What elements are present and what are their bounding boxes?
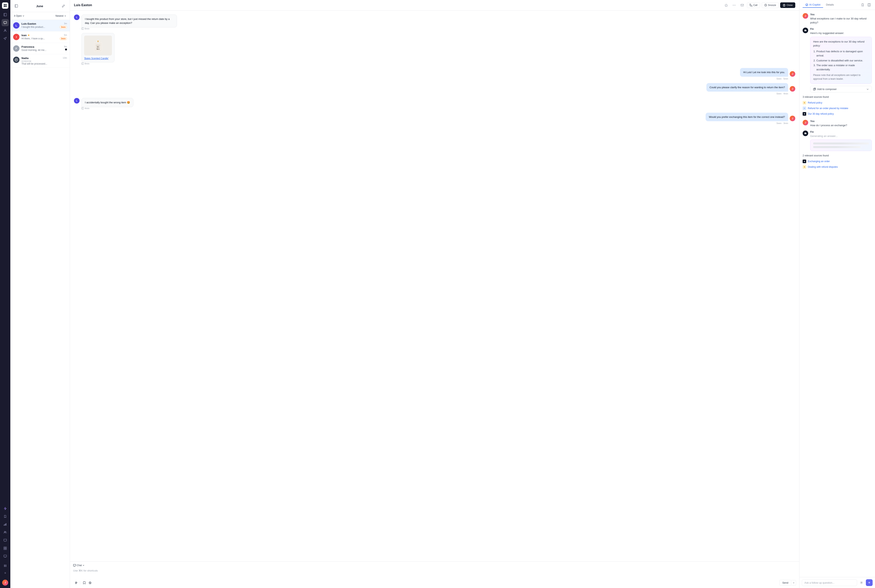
close-button[interactable]: Close <box>780 2 795 8</box>
nav-item-book[interactable] <box>2 513 9 520</box>
svg-rect-4 <box>4 14 6 16</box>
snooze-button[interactable]: Snooze <box>762 2 779 8</box>
star-button[interactable] <box>723 2 729 8</box>
ai-followup-input[interactable] <box>802 579 857 586</box>
nav-item-apps[interactable] <box>2 544 9 552</box>
nav-item-sidebar[interactable] <box>2 11 9 18</box>
ai-book-icon[interactable] <box>860 2 866 8</box>
ai-msg-user-2: J You How do I process an exchange? <box>803 120 872 128</box>
conv-item-francesca[interactable]: F Francesca Good morning, let me... 9m <box>11 43 70 54</box>
conv-item-nadia[interactable]: Nadia #2302234 That will be processed...… <box>11 54 70 68</box>
chat-actions: m1 Call Snooze Close <box>723 2 795 8</box>
chat-header: Luis Easton m1 Call Snooze <box>70 0 799 10</box>
svg-rect-36 <box>96 45 100 45</box>
conv-content-luis: Luis Easton I bought this product... <box>21 22 58 28</box>
svg-point-43 <box>89 582 91 584</box>
chat-area: Luis Easton m1 Call Snooze <box>70 0 800 588</box>
nav-item-contacts[interactable] <box>2 27 9 34</box>
source-item-30day-policy[interactable]: ■ Our 30 day refund policy <box>803 111 872 117</box>
source-item-refund-disputes[interactable]: $ Dealing with refund disputes <box>803 164 872 170</box>
call-button[interactable]: m1 Call <box>747 2 760 8</box>
msg-outgoing-2: Could you please clarify the reason for … <box>74 83 795 95</box>
svg-rect-56 <box>805 132 806 134</box>
sidebar-toggle-button[interactable] <box>14 3 19 9</box>
svg-text:ÏES: ÏES <box>97 48 99 50</box>
svg-rect-0 <box>4 4 5 5</box>
msg-avatar-agent-3: J <box>790 116 795 121</box>
left-navigation: ≡ J <box>0 0 11 588</box>
conv-avatar-luis: L <box>13 22 20 28</box>
source-item-refund-mistake[interactable]: ≡ Refund for an order placed by mistake <box>803 105 872 111</box>
svg-rect-49 <box>804 30 805 31</box>
ai-suggestion-list: Product has defects or is damaged upon a… <box>816 50 869 72</box>
conv-item-ivan[interactable]: I Ivan ★ Hi there, I have a qu... 5m 3mi… <box>11 32 70 43</box>
nav-item-inbox[interactable] <box>2 19 9 26</box>
app-logo[interactable] <box>2 2 8 9</box>
bookmark-icon[interactable] <box>81 580 87 586</box>
svg-rect-50 <box>805 29 806 31</box>
sort-filter-button[interactable]: Newest <box>54 14 68 18</box>
tab-ai-copilot[interactable]: AI Copilot <box>803 2 823 8</box>
nav-item-monitor[interactable] <box>2 553 9 560</box>
svg-rect-13 <box>5 547 6 548</box>
source-item-exchange[interactable]: ■ Exchanging an order <box>803 159 872 164</box>
svg-rect-7 <box>4 525 5 526</box>
lightning-icon[interactable] <box>73 580 79 586</box>
ai-footer <box>800 577 875 588</box>
main-content: June 4 Open Newest L <box>11 0 875 588</box>
ai-layout-icon[interactable] <box>866 2 872 8</box>
product-name[interactable]: 'Baies Scented Candle' <box>84 57 112 60</box>
svg-rect-55 <box>804 133 805 134</box>
svg-point-11 <box>5 531 6 532</box>
svg-rect-2 <box>4 6 5 7</box>
svg-point-10 <box>5 531 5 532</box>
ai-settings-button[interactable] <box>859 580 864 585</box>
source-icon-dark-1: ■ <box>803 112 806 116</box>
msg-incoming-1: L I bought this product from your store,… <box>74 15 795 30</box>
send-dropdown-button[interactable] <box>791 580 796 586</box>
msg-avatar-agent-1: J <box>790 71 795 77</box>
msg-avatar-agent-2: J <box>790 86 795 92</box>
conv-avatar-ivan: I <box>13 34 20 40</box>
user-avatar[interactable]: J <box>2 580 8 586</box>
bubble-6: Would you prefer exchanging this item fo… <box>706 112 788 122</box>
composer-icon-group <box>73 580 93 586</box>
svg-marker-24 <box>725 4 728 7</box>
toolbar-divider <box>80 581 80 585</box>
sources-section-2: 2 relevant sources found ■ Exchanging an… <box>803 154 872 170</box>
svg-rect-15 <box>5 549 6 550</box>
edit-icon-button[interactable] <box>60 3 67 9</box>
composer-type-selector[interactable]: Chat <box>73 564 84 567</box>
svg-rect-3 <box>5 6 6 7</box>
open-filter-button[interactable]: 4 Open <box>13 14 26 18</box>
source-icon-yellow-1: $ <box>803 101 806 105</box>
ai-copilot-panel: AI Copilot Details J You <box>800 0 875 588</box>
source-item-refund-policy[interactable]: $ Refund policy <box>803 100 872 105</box>
msg-product-card: BA ÏES 'Baies Scented Candle' <box>74 33 795 65</box>
email-button[interactable] <box>739 2 746 8</box>
star-icon: ★ <box>28 34 30 37</box>
conv-item-luis[interactable]: L Luis Easton I bought this product... 3… <box>11 20 70 32</box>
source-icon-blue-1: ≡ <box>803 106 806 110</box>
nav-item-users[interactable] <box>2 529 9 536</box>
send-area: Send <box>779 580 796 586</box>
add-to-composer-button[interactable]: Add to composer <box>810 86 872 92</box>
ai-suggestion-box-1: Here are the exceptions to our 30 day re… <box>810 37 872 84</box>
composer-input-area[interactable]: Use ⌘K for shortcuts <box>73 568 796 578</box>
more-button[interactable] <box>731 2 737 8</box>
skeleton-1 <box>813 142 869 144</box>
emoji-icon[interactable] <box>87 580 93 586</box>
msg-avatar-luis-1: L <box>74 15 80 20</box>
nav-item-bolt[interactable] <box>2 505 9 512</box>
nav-item-menu[interactable]: ≡ <box>2 569 9 576</box>
nav-item-chart[interactable] <box>2 521 9 528</box>
ai-msg-user-1: J You What exceptions can I make to our … <box>803 13 872 24</box>
nav-item-send[interactable] <box>2 35 9 42</box>
nav-item-messages[interactable] <box>2 537 9 544</box>
nav-item-pause[interactable] <box>2 562 9 569</box>
bubble-4: Could you please clarify the reason for … <box>707 83 788 92</box>
conversation-list: L Luis Easton I bought this product... 3… <box>11 20 70 588</box>
tab-details[interactable]: Details <box>823 2 837 8</box>
ai-send-button[interactable] <box>866 579 873 586</box>
send-button[interactable]: Send <box>779 580 791 586</box>
